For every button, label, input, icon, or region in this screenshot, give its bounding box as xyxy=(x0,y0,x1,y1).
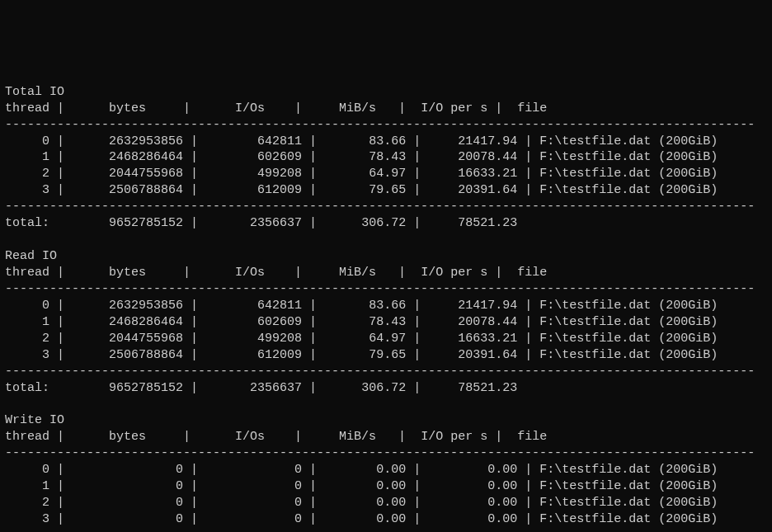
cell-mibs: 83.66 xyxy=(324,299,406,313)
cell-thread: 1 xyxy=(5,315,49,329)
divider: ----------------------------------------… xyxy=(5,118,755,132)
cell-ios: 0 xyxy=(205,512,302,526)
cell-thread: 2 xyxy=(5,332,49,346)
cell-ios: 642811 xyxy=(205,134,302,148)
section-title: Read IO xyxy=(5,249,57,263)
col-header-mibs: MiB/s xyxy=(309,101,376,115)
total-ios: 2356637 xyxy=(205,381,302,395)
cell-iops: 0.00 xyxy=(428,463,517,477)
cell-mibs: 0.00 xyxy=(324,496,406,510)
cell-mibs: 0.00 xyxy=(324,479,406,493)
cell-mibs: 64.97 xyxy=(324,332,406,346)
col-header-file: file xyxy=(517,430,547,444)
cell-ios: 612009 xyxy=(205,348,302,362)
section-title: Total IO xyxy=(5,85,64,99)
cell-ios: 612009 xyxy=(205,183,302,197)
col-header-iops: I/O per s xyxy=(413,101,487,115)
col-header-ios: I/Os xyxy=(198,101,265,115)
cell-file: F:\testfile.dat (200GiB) xyxy=(539,150,718,164)
cell-bytes: 2468286464 xyxy=(72,315,183,329)
col-header-file: file xyxy=(517,266,547,280)
col-header-mibs: MiB/s xyxy=(309,266,376,280)
cell-thread: 1 xyxy=(5,479,49,493)
cell-iops: 0.00 xyxy=(428,479,517,493)
divider: ----------------------------------------… xyxy=(5,200,755,214)
cell-file: F:\testfile.dat (200GiB) xyxy=(539,479,718,493)
section-title: Write IO xyxy=(5,413,64,427)
cell-thread: 3 xyxy=(5,183,49,197)
cell-file: F:\testfile.dat (200GiB) xyxy=(539,167,718,181)
cell-file: F:\testfile.dat (200GiB) xyxy=(539,463,718,477)
cell-mibs: 0.00 xyxy=(324,512,406,526)
cell-bytes: 2044755968 xyxy=(72,332,183,346)
cell-iops: 20078.44 xyxy=(428,315,517,329)
cell-ios: 0 xyxy=(205,479,302,493)
cell-thread: 1 xyxy=(5,150,49,164)
cell-ios: 642811 xyxy=(205,299,302,313)
col-header-ios: I/Os xyxy=(198,266,265,280)
total-bytes: 9652785152 xyxy=(72,216,183,230)
cell-file: F:\testfile.dat (200GiB) xyxy=(539,315,718,329)
cell-bytes: 0 xyxy=(72,496,183,510)
col-header-bytes: bytes xyxy=(72,430,146,444)
cell-file: F:\testfile.dat (200GiB) xyxy=(539,496,718,510)
cell-bytes: 0 xyxy=(72,512,183,526)
cell-iops: 16633.21 xyxy=(428,332,517,346)
col-header-iops: I/O per s xyxy=(413,430,487,444)
cell-mibs: 79.65 xyxy=(324,348,406,362)
cell-iops: 21417.94 xyxy=(428,134,517,148)
col-header-bytes: bytes xyxy=(72,101,146,115)
total-ios: 2356637 xyxy=(205,216,302,230)
col-header-mibs: MiB/s xyxy=(309,430,376,444)
divider: ----------------------------------------… xyxy=(5,446,755,460)
cell-bytes: 2044755968 xyxy=(72,167,183,181)
cell-bytes: 2632953856 xyxy=(72,299,183,313)
col-header-bytes: bytes xyxy=(72,266,146,280)
cell-iops: 0.00 xyxy=(428,512,517,526)
cell-ios: 602609 xyxy=(205,150,302,164)
cell-bytes: 0 xyxy=(72,479,183,493)
cell-iops: 20391.64 xyxy=(428,183,517,197)
cell-iops: 20391.64 xyxy=(428,348,517,362)
cell-bytes: 2506788864 xyxy=(72,183,183,197)
cell-mibs: 79.65 xyxy=(324,183,406,197)
cell-ios: 0 xyxy=(205,496,302,510)
col-header-thread: thread xyxy=(5,266,49,280)
cell-mibs: 64.97 xyxy=(324,167,406,181)
cell-mibs: 0.00 xyxy=(324,463,406,477)
cell-file: F:\testfile.dat (200GiB) xyxy=(539,183,718,197)
cell-file: F:\testfile.dat (200GiB) xyxy=(539,332,718,346)
cell-bytes: 2506788864 xyxy=(72,348,183,362)
cell-bytes: 0 xyxy=(72,463,183,477)
cell-iops: 16633.21 xyxy=(428,167,517,181)
cell-thread: 3 xyxy=(5,348,49,362)
col-header-ios: I/Os xyxy=(198,430,265,444)
cell-thread: 2 xyxy=(5,167,49,181)
total-mibs: 306.72 xyxy=(324,381,406,395)
total-label: total: xyxy=(5,216,64,230)
total-label: total: xyxy=(5,381,64,395)
cell-mibs: 78.43 xyxy=(324,315,406,329)
divider: ----------------------------------------… xyxy=(5,529,755,532)
col-header-thread: thread xyxy=(5,101,49,115)
total-mibs: 306.72 xyxy=(324,216,406,230)
total-iops: 78521.23 xyxy=(428,381,517,395)
col-header-iops: I/O per s xyxy=(413,266,487,280)
total-bytes: 9652785152 xyxy=(72,381,183,395)
cell-thread: 0 xyxy=(5,134,49,148)
cell-ios: 499208 xyxy=(205,332,302,346)
cell-ios: 602609 xyxy=(205,315,302,329)
cell-iops: 20078.44 xyxy=(428,150,517,164)
col-header-file: file xyxy=(517,101,547,115)
cell-iops: 21417.94 xyxy=(428,299,517,313)
cell-thread: 2 xyxy=(5,496,49,510)
cell-mibs: 78.43 xyxy=(324,150,406,164)
cell-thread: 3 xyxy=(5,512,49,526)
cell-ios: 499208 xyxy=(205,167,302,181)
cell-iops: 0.00 xyxy=(428,496,517,510)
cell-ios: 0 xyxy=(205,463,302,477)
divider: ----------------------------------------… xyxy=(5,282,755,296)
terminal-output: Total IO thread | bytes | I/Os | MiB/s |… xyxy=(0,82,772,532)
cell-mibs: 83.66 xyxy=(324,134,406,148)
cell-file: F:\testfile.dat (200GiB) xyxy=(539,134,718,148)
